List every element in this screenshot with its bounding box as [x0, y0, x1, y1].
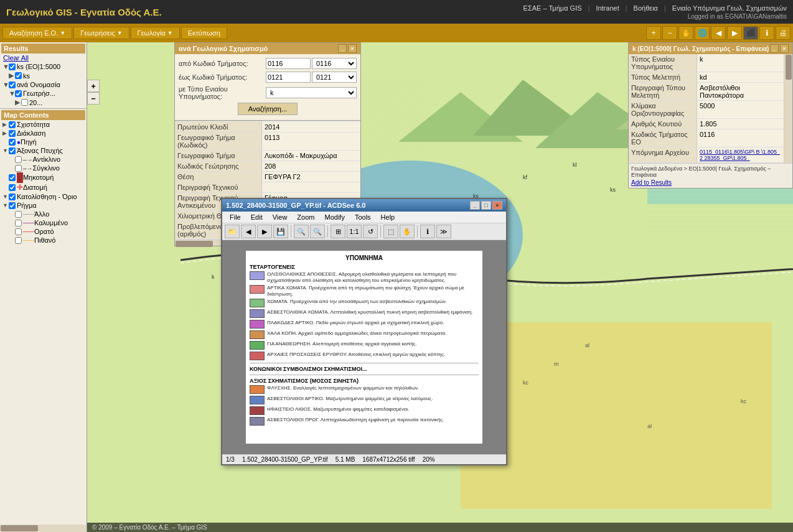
layer-diatomi[interactable]: ✛ Διατομή: [1, 182, 85, 192]
tree-check-20[interactable]: [21, 99, 28, 106]
link-esae[interactable]: ΕΣΑΕ – Τμήμα GIS: [523, 4, 582, 12]
expand-icon[interactable]: ▶: [2, 121, 9, 128]
expand-rigma[interactable]: ▼: [2, 202, 9, 208]
layer-check-pigi[interactable]: [9, 139, 16, 146]
zoom-out-btn[interactable]: −: [662, 26, 677, 40]
link-legend[interactable]: Ενιαίο Υπόμνημα Γεωλ. Σχηματισμών: [672, 4, 787, 12]
info-btn[interactable]: ℹ: [759, 26, 774, 40]
expand-icon2[interactable]: ▶: [2, 130, 9, 136]
acdsee-tool-select[interactable]: ⬚: [383, 225, 398, 238]
from-select[interactable]: 011601150117: [312, 58, 357, 69]
tree-item-geo[interactable]: ▼ Γεωτρήσ...: [7, 89, 85, 98]
left-panel-scrollbar-h[interactable]: [0, 525, 87, 532]
layer-check-allo[interactable]: [15, 211, 22, 218]
to-select[interactable]: 012101200122: [312, 72, 357, 83]
nav-search[interactable]: Αναζήτηση Ε.Ο. ▼: [2, 27, 72, 39]
zoom-in-btn[interactable]: +: [646, 26, 661, 40]
tree-expand-geo[interactable]: ▼: [9, 90, 15, 97]
tree-item-20[interactable]: ▶ 20...: [14, 98, 85, 107]
nav-geo[interactable]: Γεωτρήσεις ▼: [73, 27, 129, 39]
layers-btn[interactable]: ⬛: [743, 26, 758, 40]
info-panel-close[interactable]: ×: [780, 44, 789, 53]
back-btn[interactable]: ◀: [711, 26, 726, 40]
layer-kalymmeno[interactable]: —— Καλυμμένο: [7, 218, 85, 227]
layer-check-rigma[interactable]: [9, 202, 16, 209]
tree-expand-onomasia[interactable]: ▼: [2, 81, 9, 88]
from-input[interactable]: [266, 58, 311, 69]
tree-item-ks-eo[interactable]: ▼ ks (EO|1:5000: [1, 62, 85, 71]
clear-all-link[interactable]: Clear All: [1, 54, 85, 62]
acdsee-menu-help[interactable]: Help: [376, 212, 400, 222]
search-panel-close[interactable]: ×: [348, 44, 357, 53]
acdsee-tool-prev[interactable]: ◀: [241, 225, 256, 238]
map-zoom-in-btn[interactable]: +: [87, 80, 100, 92]
layer-diaklasi[interactable]: ▶ Διάκλαση: [1, 129, 85, 138]
link-help[interactable]: Βοήθεια: [634, 4, 658, 12]
layer-check-antiklino[interactable]: [15, 156, 22, 163]
acdsee-maximize[interactable]: □: [481, 201, 491, 210]
acdsee-menu-file[interactable]: File: [225, 212, 246, 222]
print-map-btn[interactable]: 🖨: [776, 26, 791, 40]
layer-check-sugklino[interactable]: [15, 165, 22, 172]
acdsee-minimize[interactable]: _: [470, 201, 480, 210]
tree-expand-ks[interactable]: ▼: [2, 63, 9, 70]
search-button[interactable]: Αναζήτηση...: [238, 103, 298, 115]
type-select[interactable]: kkdks: [266, 87, 357, 98]
layer-check-mikotomi[interactable]: [9, 174, 16, 181]
to-input[interactable]: [266, 72, 311, 83]
acdsee-tool-next[interactable]: ▶: [257, 225, 272, 238]
acdsee-tool-fit[interactable]: ⊞: [331, 225, 345, 238]
tree-expand-20[interactable]: ▶: [15, 98, 21, 106]
layer-check-orato[interactable]: [15, 228, 22, 235]
nav-print[interactable]: Εκτύπωση: [181, 27, 227, 39]
layer-rigma[interactable]: ▼ Ρήγμα: [1, 201, 85, 210]
layer-pithano[interactable]: —— Πιθανό: [7, 236, 85, 245]
layer-allo[interactable]: —— Άλλο: [7, 210, 85, 218]
layer-katol[interactable]: ▼ Κατολίσθηση - Όριο: [1, 192, 85, 201]
expand-axonas[interactable]: ▼: [2, 147, 9, 154]
layer-check-kalymmeno[interactable]: [15, 220, 22, 226]
info-value-7[interactable]: 0115_0116\1.805\GP\ B \1.805_2 28355_GP\…: [697, 147, 784, 162]
layer-axonas[interactable]: ▼ Άξονας Πτυχής: [1, 146, 85, 155]
tree-expand-ks2[interactable]: ▶: [9, 72, 15, 80]
add-to-results-link[interactable]: Add to Results: [631, 179, 672, 186]
acdsee-menu-tools[interactable]: Tools: [350, 212, 376, 222]
acdsee-tool-rotate[interactable]: ↺: [363, 225, 378, 238]
expand-katol[interactable]: ▼: [2, 194, 9, 200]
acdsee-tool-zoomout[interactable]: 🔍: [310, 225, 325, 238]
acdsee-tool-info[interactable]: ℹ: [420, 225, 435, 238]
map-zoom-out-btn[interactable]: −: [87, 92, 100, 105]
scrollbar-thumb-left[interactable]: [1, 525, 38, 531]
tree-check-ks2[interactable]: [15, 72, 22, 79]
layer-mikotomi[interactable]: █ Μηκοτομή: [1, 172, 85, 182]
tree-check-geo[interactable]: [15, 90, 22, 97]
nav-geology[interactable]: Γεωλογία ▼: [131, 27, 180, 39]
acdsee-menu-view[interactable]: View: [268, 212, 293, 222]
tree-item-onomasia[interactable]: ▼ ανά Ονομασία: [1, 80, 85, 89]
layer-check-axonas[interactable]: [9, 147, 16, 154]
globe-btn[interactable]: 🌐: [695, 26, 710, 40]
layer-check-pithano[interactable]: [15, 237, 22, 244]
forward-btn[interactable]: ▶: [727, 26, 742, 40]
layer-pigi[interactable]: ● Πηγή: [1, 138, 85, 146]
pan-btn[interactable]: ✋: [678, 26, 693, 40]
info-scrollbar-thumb[interactable]: [786, 55, 792, 80]
layer-check-schistotita[interactable]: [9, 121, 16, 128]
acdsee-titlebar[interactable]: 1.502_28400-31500_GP_YP.tif - ACDSee 6.0…: [222, 199, 506, 212]
tree-check-ks[interactable]: [9, 63, 16, 70]
info-panel-minimize[interactable]: _: [770, 44, 779, 53]
layer-check-diaklasi[interactable]: [9, 130, 16, 137]
layer-check-diatomi[interactable]: [9, 184, 16, 191]
acdsee-tool-more[interactable]: ≫: [436, 225, 451, 238]
layer-antiklino[interactable]: –→ Αντίκλινο: [7, 155, 85, 164]
link-intranet[interactable]: Intranet: [596, 4, 619, 12]
acdsee-menu-modify[interactable]: Modify: [319, 212, 349, 222]
acdsee-content[interactable]: ΥΠΟΜΝΗΜΑ ΤΕΤΑΡΤΟΓΕΝΕΙΣ ΟΛΙΣΘΟΛΙΘΙΚΕΣ ΑΠΟ…: [222, 240, 506, 454]
acdsee-tool-save[interactable]: 💾: [273, 225, 288, 238]
data-table-scrollbar-thumb[interactable]: [176, 241, 213, 247]
acdsee-close[interactable]: ×: [492, 201, 502, 210]
acdsee-tool-open[interactable]: 📁: [225, 225, 240, 238]
acdsee-tool-hand[interactable]: ✋: [400, 225, 415, 238]
acdsee-tool-actual[interactable]: 1:1: [347, 225, 362, 238]
acdsee-tool-zoomin[interactable]: 🔍: [294, 225, 309, 238]
